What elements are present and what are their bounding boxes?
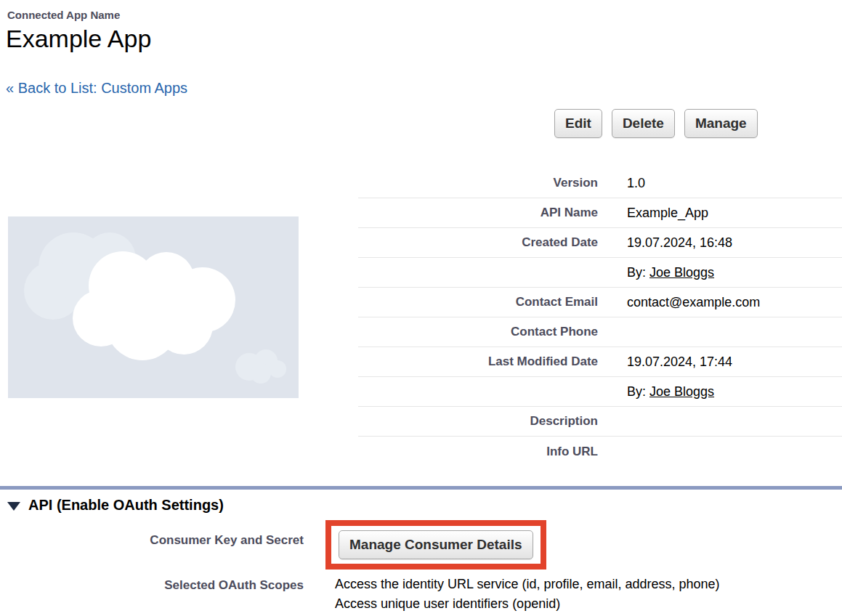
connected-app-name-label: Connected App Name: [7, 9, 120, 21]
field-value: 1.0: [598, 176, 645, 191]
edit-button[interactable]: Edit: [554, 109, 602, 138]
field-label: Version: [358, 176, 598, 190]
manage-button[interactable]: Manage: [684, 109, 758, 138]
detail-row-created-by: By: Joe Bloggs: [358, 258, 842, 288]
field-value: Example_App: [598, 206, 708, 221]
manage-consumer-details-button[interactable]: Manage Consumer Details: [339, 530, 533, 559]
detail-table: Version 1.0 API Name Example_App Created…: [358, 169, 842, 466]
by-prefix: By:: [627, 384, 649, 399]
section-title: API (Enable OAuth Settings): [28, 497, 224, 514]
field-label: Description: [358, 414, 598, 429]
cloud-icon: [8, 216, 299, 398]
detail-row-modified-by: By: Joe Bloggs: [358, 377, 842, 407]
detail-row-created-date: Created Date 19.07.2024, 16:48: [358, 228, 842, 258]
field-value: By: Joe Bloggs: [598, 265, 714, 280]
created-by-link[interactable]: Joe Bloggs: [649, 265, 714, 280]
delete-button[interactable]: Delete: [612, 109, 675, 138]
field-label: Last Modified Date: [358, 354, 598, 369]
oauth-section-header: API (Enable OAuth Settings): [7, 497, 224, 514]
oauth-scope-item: Access unique user identifiers (openid): [335, 594, 720, 614]
field-label: Created Date: [358, 235, 598, 250]
field-label: Contact Phone: [358, 325, 598, 339]
oauth-scope-item: Access the identity URL service (id, pro…: [335, 575, 720, 594]
detail-row-version: Version 1.0: [358, 169, 842, 198]
modified-by-link[interactable]: Joe Bloggs: [649, 384, 714, 399]
field-value: 19.07.2024, 16:48: [598, 235, 732, 251]
oauth-scopes-label: Selected OAuth Scopes: [0, 578, 304, 593]
field-value: 19.07.2024, 17:44: [598, 354, 732, 370]
detail-row-last-modified-date: Last Modified Date 19.07.2024, 17:44: [358, 347, 842, 377]
action-toolbar: Edit Delete Manage: [554, 109, 758, 138]
field-value: By: Joe Bloggs: [598, 384, 714, 400]
collapse-section-icon[interactable]: [7, 502, 20, 511]
consumer-key-label: Consumer Key and Secret: [0, 533, 304, 548]
page-title: Example App: [6, 25, 151, 53]
section-divider: [0, 486, 842, 490]
field-label: Info URL: [358, 445, 598, 459]
highlight-annotation: Manage Consumer Details: [325, 520, 546, 570]
field-value: contact@example.com: [598, 295, 760, 310]
field-label: Contact Email: [358, 295, 598, 309]
oauth-scopes-values: Access the identity URL service (id, pro…: [335, 575, 720, 614]
detail-row-contact-email: Contact Email contact@example.com: [358, 288, 842, 317]
back-to-list-link[interactable]: « Back to List: Custom Apps: [6, 80, 187, 97]
detail-row-api-name: API Name Example_App: [358, 198, 842, 228]
field-label: API Name: [358, 206, 598, 220]
app-logo: [8, 216, 299, 398]
detail-row-description: Description: [358, 407, 842, 437]
detail-row-contact-phone: Contact Phone: [358, 317, 842, 347]
detail-row-info-url: Info URL: [358, 437, 842, 466]
by-prefix: By:: [627, 265, 649, 280]
